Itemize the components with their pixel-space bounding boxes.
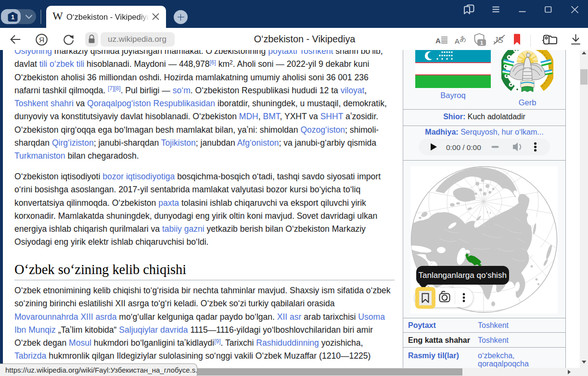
- svg-text:1: 1: [11, 13, 14, 21]
- svg-text:A: A: [435, 37, 441, 45]
- svg-text:1: 1: [480, 40, 484, 46]
- svg-text:Я: Я: [39, 36, 44, 44]
- svg-text:0:00 / 0:00: 0:00 / 0:00: [446, 143, 481, 151]
- svg-text:A: A: [455, 37, 460, 45]
- svg-text:あ: あ: [460, 35, 466, 42]
